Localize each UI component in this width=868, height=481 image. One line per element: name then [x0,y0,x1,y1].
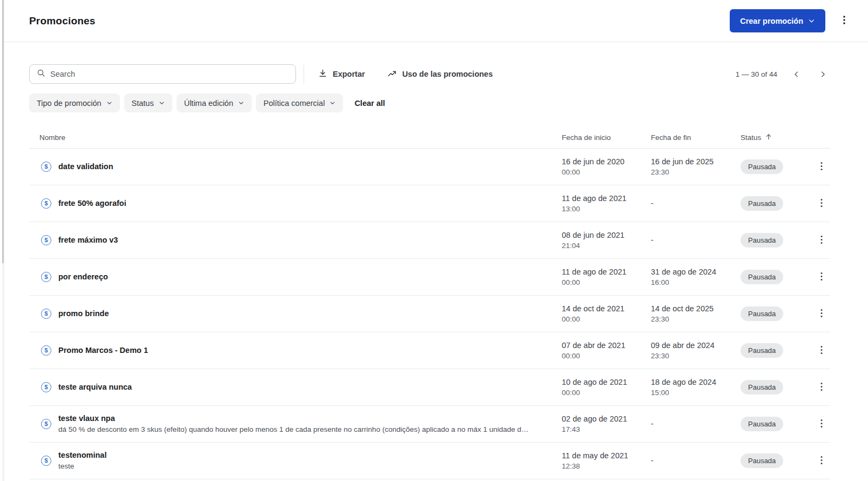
promotion-row[interactable]: $ Promo Marcos - Demo 1 07 de abr de 202… [29,332,830,369]
status-badge: Pausada [741,453,783,468]
pagination-range: 1 — 30 of 44 [736,70,777,78]
status-cell: Pausada [741,159,813,174]
status-badge: Pausada [741,306,783,321]
status-badge: Pausada [741,270,783,284]
promotion-dollar-icon: $ [41,419,51,429]
filter-last-edited[interactable]: Última edición [177,93,252,112]
promotion-name[interactable]: promo brinde [58,309,109,318]
promotion-name-cell: $ por endereço [29,271,562,282]
promotion-name-cell: $ teste arquiva nunca [29,382,562,392]
promotion-dollar-icon: $ [41,382,51,392]
filter-promotion-type[interactable]: Tipo de promoción [29,93,120,112]
end-date-cell: - [651,198,741,209]
kebab-menu-icon [840,15,849,26]
export-button[interactable]: Exportar [318,69,365,79]
promotion-row[interactable]: $ date validation 16 de jun de 2020 00:0… [29,149,830,185]
left-scrollbar[interactable] [2,0,4,481]
promotions-usage-button[interactable]: Uso de las promociones [387,69,493,79]
start-time: 21:04 [562,241,651,251]
download-icon [318,69,327,79]
previous-page-button[interactable] [789,67,804,82]
start-date-cell: 14 de oct de 2021 00:00 [562,303,651,325]
filter-trade-policy[interactable]: Política comercial [256,93,344,112]
promotion-row[interactable]: $ teste vlaux npa dá 50 % de desconto em… [29,406,830,443]
search-box[interactable] [29,64,296,84]
promotion-row[interactable]: $ testenominal teste 11 de may de 2021 1… [29,443,830,479]
column-header-end-date[interactable]: Fecha de fin [651,133,741,142]
row-kebab-menu-button[interactable] [815,416,829,433]
scrollbar-thumb[interactable] [2,0,4,263]
next-page-button[interactable] [816,67,830,82]
column-header-name[interactable]: Nombre [29,133,562,142]
kebab-menu-icon [818,419,825,430]
end-date-cell: - [651,455,741,466]
filter-label: Tipo de promoción [37,99,102,108]
page-header: Promociones Crear promoción [5,0,868,42]
promotion-name[interactable]: por endereço [58,272,108,281]
start-date: 11 de ago de 2021 [562,193,651,204]
promotion-name-cell: $ teste vlaux npa dá 50 % de desconto em… [29,413,562,435]
kebab-menu-icon [818,198,825,209]
start-time: 00:00 [562,167,651,178]
filter-bar: Tipo de promoción Status Última edición … [29,93,830,112]
row-kebab-menu-button[interactable] [815,269,829,286]
end-date: - [651,418,741,429]
start-date: 14 de oct de 2021 [562,303,651,314]
sort-arrow-up-icon [765,133,772,142]
promotion-row[interactable]: $ por endereço 11 de ago de 2021 00:00 3… [29,259,830,296]
promotion-name[interactable]: teste vlaux npa [58,414,115,423]
kebab-menu-icon [818,272,825,283]
chevron-down-icon [106,99,112,108]
row-kebab-menu-button[interactable] [815,379,829,396]
row-kebab-menu-button[interactable] [815,232,829,249]
row-kebab-menu-button[interactable] [815,158,829,176]
promotion-name[interactable]: date validation [58,162,113,171]
row-kebab-menu-button[interactable] [815,342,829,359]
promotion-dollar-icon: $ [41,456,51,466]
end-time: 16:00 [651,277,741,288]
promotion-name[interactable]: testenominal [58,451,106,459]
start-date-cell: 08 de jun de 2021 21:04 [562,230,651,251]
kebab-menu-icon [818,162,825,172]
toolbar: Exportar Uso de las promociones 1 — 30 o… [29,64,830,84]
promotion-name[interactable]: teste arquiva nunca [58,383,132,391]
start-date: 11 de ago de 2021 [562,266,651,277]
start-date-cell: 11 de may de 2021 12:38 [562,450,651,472]
row-kebab-menu-button[interactable] [815,305,829,323]
end-date-cell: 09 de abr de 2024 23:30 [651,340,741,362]
row-kebab-menu-button[interactable] [815,195,829,212]
status-badge: Pausada [741,343,783,358]
status-badge: Pausada [741,417,783,431]
header-kebab-menu-button[interactable] [837,12,852,30]
promotion-name[interactable]: Promo Marcos - Demo 1 [58,346,148,355]
promotion-name[interactable]: frete 50% agorafoi [58,199,126,208]
start-date-cell: 02 de ago de 2021 17:43 [562,413,651,435]
start-time: 00:00 [562,277,651,288]
start-date: 08 de jun de 2021 [562,230,651,241]
column-header-start-date[interactable]: Fecha de inicio [562,133,651,142]
start-time: 13:00 [562,204,651,215]
status-cell: Pausada [741,453,813,468]
promotion-name[interactable]: frete máximo v3 [58,236,118,244]
column-header-status[interactable]: Status [741,133,813,142]
status-cell: Pausada [741,233,813,248]
promotion-description: dá 50 % de desconto em 3 skus (efeito) q… [58,424,529,435]
promotion-row[interactable]: $ teste arquiva nunca 10 de ago de 2021 … [29,369,830,406]
status-cell: Pausada [741,380,813,395]
promotion-row[interactable]: $ frete 50% agorafoi 11 de ago de 2021 1… [29,185,830,222]
promotion-name-cell: $ promo brinde [29,308,562,319]
end-date-cell: 14 de oct de 2025 23:30 [651,303,741,325]
end-date: - [651,455,741,466]
status-badge: Pausada [741,196,783,211]
search-input[interactable] [50,70,288,78]
start-date: 10 de ago de 2021 [562,377,651,388]
promotion-name-wrap: frete máximo v3 [58,235,118,245]
promotion-row[interactable]: $ frete máximo v3 08 de jun de 2021 21:0… [29,222,830,259]
clear-all-filters-button[interactable]: Clear all [354,99,385,108]
status-badge: Pausada [741,233,783,248]
promotion-dollar-icon: $ [41,309,51,319]
row-kebab-menu-button[interactable] [815,452,829,470]
filter-status[interactable]: Status [124,93,172,112]
promotion-row[interactable]: $ promo brinde 14 de oct de 2021 00:00 1… [29,296,830,332]
create-promotion-button[interactable]: Crear promoción [730,9,825,32]
